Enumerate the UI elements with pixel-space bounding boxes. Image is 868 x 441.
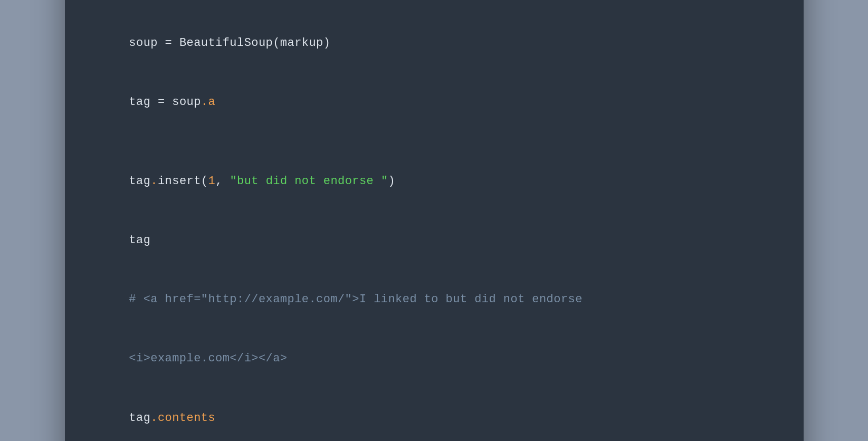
dot-contents: . <box>150 411 158 425</box>
tag-alone: tag <box>129 234 150 247</box>
num-1: 1 <box>208 175 215 188</box>
code-line-4: tag.insert(1, "but did not endorse ") <box>86 151 783 210</box>
var-tag: tag <box>129 95 150 109</box>
comma: , <box>215 175 230 188</box>
code-window: markup = '<a href="http://example.com/">… <box>65 0 804 441</box>
dot-insert: . <box>150 175 158 188</box>
var-soup: soup <box>129 36 158 50</box>
blank-line-1 <box>86 132 783 151</box>
method-insert: insert <box>158 175 201 188</box>
code-line-3: tag = soup.a <box>86 73 783 132</box>
eq-3: = <box>150 95 172 109</box>
comment-1: # <a href="http://example.com/">I linked… <box>129 293 582 306</box>
attr-a: .a <box>201 95 215 109</box>
code-line-8: tag.contents <box>86 388 783 441</box>
val-soup: soup <box>172 95 201 109</box>
tag-contents-var: tag <box>129 411 150 425</box>
code-line-7: <i>example.com</i></a> <box>86 329 783 388</box>
paren-open: ( <box>201 175 208 188</box>
paren-close: ) <box>388 175 396 188</box>
fn-soup: BeautifulSoup(markup) <box>179 36 331 50</box>
code-line-5: tag <box>86 211 783 270</box>
code-line-6: # <a href="http://example.com/">I linked… <box>86 270 783 329</box>
code-line-2: soup = BeautifulSoup(markup) <box>86 14 783 73</box>
str-but: "but did not endorse " <box>230 175 388 188</box>
code-block: markup = '<a href="http://example.com/">… <box>86 0 783 441</box>
tag-insert: tag <box>129 175 150 188</box>
code-line-1: markup = '<a href="http://example.com/">… <box>86 0 783 14</box>
comment-2: <i>example.com</i></a> <box>129 352 287 365</box>
eq-2: = <box>158 36 179 50</box>
attr-contents: contents <box>158 411 215 425</box>
